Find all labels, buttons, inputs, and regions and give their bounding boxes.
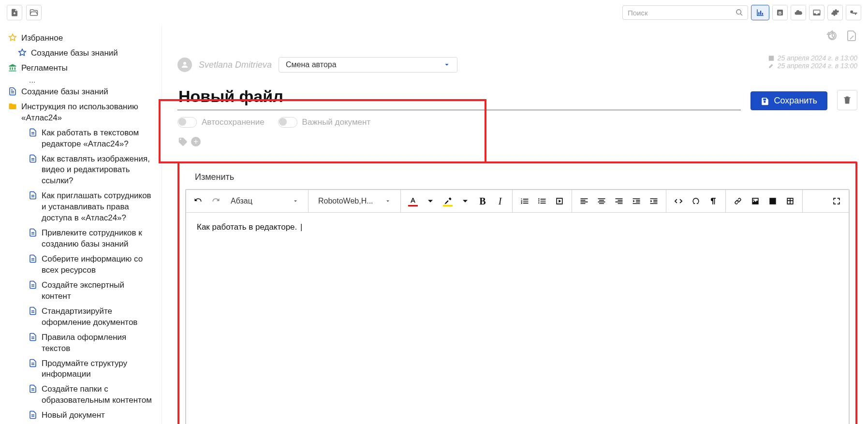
document-icon — [28, 358, 38, 368]
sidebar-regulations[interactable]: Регламенты — [7, 61, 157, 76]
inbox-button[interactable] — [809, 5, 824, 20]
bank-icon — [8, 63, 17, 73]
created-date: 25 апреля 2024 г. в 13:00 — [778, 54, 857, 62]
media-button[interactable] — [551, 193, 568, 209]
align-right-button[interactable] — [611, 193, 627, 209]
table-button[interactable] — [782, 193, 798, 209]
blog-button[interactable]: B — [772, 5, 788, 20]
unordered-list-icon — [537, 196, 547, 206]
align-left-button[interactable] — [576, 193, 592, 209]
cloud-button[interactable] — [791, 5, 806, 20]
tree-ellipsis[interactable]: ... — [7, 76, 157, 85]
person-icon — [180, 60, 189, 69]
sidebar-doc-2[interactable]: Как вставлять изображения, видео и редак… — [7, 152, 157, 189]
folder-icon — [8, 102, 17, 111]
history-icon[interactable] — [826, 30, 838, 44]
font-family-dropdown[interactable]: RobotoWeb,H... — [312, 197, 397, 205]
table-icon — [785, 196, 795, 206]
ordered-list-icon — [520, 196, 530, 206]
sidebar-fav-item-1[interactable]: Создание базы знаний — [7, 46, 157, 61]
sidebar-kb-root[interactable]: Создание базы знаний — [7, 85, 157, 100]
star-icon — [17, 48, 27, 58]
special-char-button[interactable] — [688, 193, 704, 209]
tags-icon — [177, 136, 188, 147]
document-icon — [28, 384, 38, 394]
undo-button[interactable] — [190, 193, 206, 209]
indent-button[interactable] — [646, 193, 662, 209]
editor-tab-edit[interactable]: Изменить — [185, 169, 850, 189]
sidebar-instructions-root[interactable]: Инструкция по использованию «Атлас24» — [7, 100, 157, 126]
sidebar-favorites[interactable]: Избранное — [7, 31, 157, 46]
folder-open-icon — [29, 8, 38, 17]
ordered-list-button[interactable] — [516, 193, 533, 209]
search-button[interactable] — [733, 5, 746, 20]
sidebar-item-label: Продумайте структуру информации — [42, 358, 156, 380]
sidebar-item-label: Создание базы знаний — [21, 87, 156, 98]
sidebar-doc-4[interactable]: Привлеките сотрудников к созданию базы з… — [7, 226, 157, 252]
sidebar-doc-3[interactable]: Как приглашать сотрудников и устанавлива… — [7, 189, 157, 226]
new-doc-button[interactable] — [7, 5, 22, 20]
document-title-input[interactable] — [177, 86, 741, 110]
sidebar-item-label: Как работать в текстовом редакторе «Атла… — [42, 128, 156, 150]
add-tag-button[interactable]: + — [191, 137, 201, 146]
sidebar-item-label: Как вставлять изображения, видео и редак… — [42, 154, 156, 187]
pilcrow-button[interactable] — [705, 193, 721, 209]
sidebar-doc-10[interactable]: Создайте папки с образовательным контент… — [7, 382, 157, 408]
autosave-label: Автосохранение — [202, 117, 265, 127]
sidebar-doc-6[interactable]: Создайте экспертный контент — [7, 278, 157, 304]
main-content: 25 апреля 2024 г. в 13:00 25 апреля 2024… — [162, 25, 868, 424]
search-input[interactable] — [622, 5, 748, 20]
svg-text:B: B — [779, 11, 782, 15]
key-icon — [849, 8, 858, 17]
settings-button[interactable] — [827, 5, 843, 20]
delete-button[interactable] — [837, 90, 857, 110]
sidebar-doc-9[interactable]: Продумайте структуру информации — [7, 356, 157, 382]
stats-button[interactable] — [751, 5, 769, 20]
image-icon — [750, 196, 760, 206]
sidebar-doc-11[interactable]: Новый документ — [7, 408, 157, 423]
document-icon — [28, 410, 38, 420]
gear-icon — [831, 8, 839, 17]
sidebar-doc-7[interactable]: Стандартизируйте оформление документов — [7, 304, 157, 330]
fullscreen-icon — [832, 196, 841, 206]
app-toolbar: B — [0, 0, 868, 25]
sidebar-doc-8[interactable]: Правила оформления текстов — [7, 330, 157, 356]
trash-icon — [842, 95, 852, 105]
important-toggle[interactable] — [278, 117, 297, 128]
link-button[interactable] — [730, 193, 746, 209]
author-name: Svetlana Dmitrieva — [199, 60, 272, 70]
redo-button[interactable] — [207, 193, 224, 209]
inbox-icon — [812, 8, 821, 17]
redo-icon — [211, 196, 221, 206]
text-color-button[interactable] — [405, 193, 421, 209]
align-center-button[interactable] — [593, 193, 610, 209]
sidebar-item-label: Регламенты — [21, 63, 156, 74]
avatar — [177, 58, 192, 72]
paragraph-style-dropdown[interactable]: Абзац — [225, 197, 304, 205]
highlight-button[interactable] — [440, 193, 456, 209]
text-color-dropdown[interactable] — [422, 193, 439, 209]
autosave-toggle[interactable] — [177, 117, 197, 128]
highlight-dropdown[interactable] — [457, 193, 473, 209]
editor-body[interactable]: Как работать в редакторе. — [186, 213, 849, 424]
chart-button[interactable] — [765, 193, 781, 209]
open-folder-button[interactable] — [26, 5, 42, 20]
save-button[interactable]: Сохранить — [750, 91, 827, 110]
sidebar-doc-5[interactable]: Соберите информацию со всех ресурсов — [7, 252, 157, 278]
important-label: Важный документ — [302, 117, 371, 127]
document-icon — [28, 228, 38, 237]
sidebar-doc-1[interactable]: Как работать в текстовом редакторе «Атла… — [7, 126, 157, 152]
italic-button[interactable]: I — [492, 193, 508, 209]
tags-row: + — [177, 136, 857, 147]
template-icon[interactable] — [846, 30, 857, 44]
change-author-select[interactable]: Смена автора — [279, 57, 457, 73]
outdent-button[interactable] — [628, 193, 645, 209]
fullscreen-button[interactable] — [828, 193, 845, 209]
image-button[interactable] — [747, 193, 764, 209]
chevron-down-icon — [426, 196, 435, 206]
bold-button[interactable]: B — [474, 193, 491, 209]
code-button[interactable] — [670, 193, 687, 209]
admin-key-button[interactable] — [846, 5, 861, 20]
rich-text-editor: Абзац RobotoWeb,H... — [185, 189, 850, 424]
unordered-list-button[interactable] — [534, 193, 550, 209]
